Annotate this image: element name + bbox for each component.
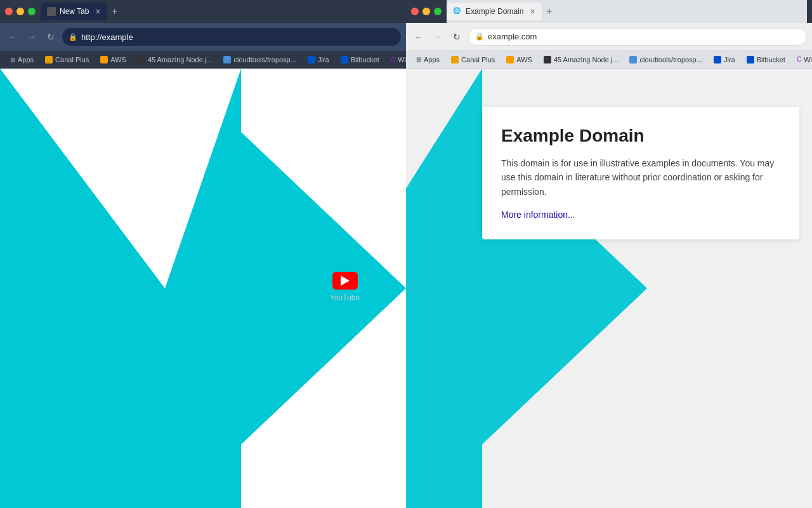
youtube-label: YouTube bbox=[330, 293, 360, 302]
right-window-controls bbox=[411, 8, 442, 15]
left-title-bar: New Tab × + bbox=[0, 0, 406, 23]
right-bookmark-canal-label: Canal Plus bbox=[461, 56, 495, 64]
right-bookmark-aws[interactable]: AWS bbox=[501, 55, 537, 65]
right-bookmarks-bar: ⊞ Apps Canal Plus AWS 45 Amazing Node.j.… bbox=[406, 51, 812, 69]
left-content-area: YouTube bbox=[0, 69, 406, 508]
right-bookmark-cloud-label: cloudtools/troposp... bbox=[639, 56, 702, 64]
right-browser-window: 🌐 Example Domain × + ← → ↻ 🔒 example.com… bbox=[406, 0, 812, 508]
left-active-tab[interactable]: New Tab × bbox=[41, 3, 107, 20]
example-domain-body: This domain is for use in illustrative e… bbox=[501, 156, 780, 199]
right-bookmark-bb[interactable]: Bitbucket bbox=[742, 55, 790, 65]
right-tab-title: Example Domain bbox=[466, 7, 523, 16]
close-button[interactable] bbox=[5, 8, 13, 15]
right-bookmark-cloud[interactable]: cloudtools/troposp... bbox=[624, 55, 707, 65]
left-tab-bar: New Tab × + bbox=[41, 0, 401, 23]
right-bookmark-aws-label: AWS bbox=[516, 56, 532, 64]
svg-marker-0 bbox=[0, 69, 241, 508]
right-bookmark-jira[interactable]: Jira bbox=[709, 55, 740, 65]
right-title-bar: 🌐 Example Domain × + bbox=[406, 0, 812, 23]
left-bookmark-canal[interactable]: Canal Plus bbox=[40, 55, 94, 65]
left-url-text: http://example bbox=[81, 32, 133, 42]
new-tab-page: YouTube bbox=[0, 69, 406, 508]
right-url-text: example.com bbox=[488, 32, 537, 41]
right-bookmark-canal[interactable]: Canal Plus bbox=[446, 55, 500, 65]
left-new-tab-button[interactable]: + bbox=[107, 4, 122, 19]
right-tab-close[interactable]: × bbox=[530, 6, 535, 17]
right-tab-bar: 🌐 Example Domain × + bbox=[447, 0, 807, 23]
left-tab-favicon bbox=[47, 7, 56, 16]
left-reload-button[interactable]: ↻ bbox=[43, 29, 58, 44]
right-bookmark-bb-label: Bitbucket bbox=[757, 56, 785, 64]
left-bookmark-apps-label: Apps bbox=[18, 56, 34, 64]
right-bookmark-wiki-label: Wiki bbox=[804, 56, 812, 64]
left-bookmark-jira-label: Jira bbox=[318, 56, 329, 64]
right-maximize-button[interactable] bbox=[434, 8, 442, 15]
left-bookmarks-bar: ⊞ Apps Canal Plus AWS 45 Amazing Node.j.… bbox=[0, 51, 406, 69]
left-bookmark-bb-label: Bitbucket bbox=[351, 56, 379, 64]
window-controls bbox=[5, 8, 36, 15]
right-bookmark-jira-label: Jira bbox=[724, 56, 735, 64]
example-domain-title: Example Domain bbox=[501, 126, 780, 146]
left-tab-close[interactable]: × bbox=[95, 6, 100, 17]
right-new-tab-button[interactable]: + bbox=[542, 4, 557, 19]
left-forward-button[interactable]: → bbox=[24, 29, 39, 44]
right-address-bar: ← → ↻ 🔒 example.com bbox=[406, 23, 812, 51]
left-bookmark-cloud[interactable]: cloudtools/troposp... bbox=[218, 55, 301, 65]
more-information-link[interactable]: More information... bbox=[501, 210, 575, 220]
maximize-button[interactable] bbox=[28, 8, 36, 15]
left-bookmark-aws[interactable]: AWS bbox=[95, 55, 131, 65]
youtube-icon bbox=[332, 272, 358, 290]
left-bookmark-canal-label: Canal Plus bbox=[55, 56, 89, 64]
right-tab-favicon: 🌐 bbox=[453, 7, 462, 16]
left-bookmark-bb[interactable]: Bitbucket bbox=[336, 55, 384, 65]
left-address-bar: ← → ↻ 🔒 http://example bbox=[0, 23, 406, 51]
example-domain-card: Example Domain This domain is for use in… bbox=[482, 107, 799, 239]
left-bookmark-aws-label: AWS bbox=[110, 56, 126, 64]
right-bookmark-wiki[interactable]: C Wiki bbox=[792, 55, 812, 65]
svg-marker-1 bbox=[241, 132, 406, 444]
right-lock-icon: 🔒 bbox=[475, 32, 484, 41]
left-url-icon: 🔒 bbox=[69, 33, 77, 41]
youtube-play-triangle bbox=[341, 276, 350, 286]
right-url-bar[interactable]: 🔒 example.com bbox=[468, 28, 807, 46]
left-bookmark-wiki[interactable]: C Wiki bbox=[386, 55, 406, 65]
left-bookmark-cloud-label: cloudtools/troposp... bbox=[233, 56, 296, 64]
right-content-area: Example Domain This domain is for use in… bbox=[406, 69, 812, 508]
right-close-button[interactable] bbox=[411, 8, 419, 15]
right-back-button[interactable]: ← bbox=[411, 29, 426, 44]
svg-marker-2 bbox=[406, 69, 482, 508]
right-bookmark-apps[interactable]: ⊞ Apps bbox=[411, 55, 445, 65]
right-bookmark-node[interactable]: 45 Amazing Node.j... bbox=[539, 55, 624, 65]
left-tab-title: New Tab bbox=[60, 7, 89, 16]
minimize-button[interactable] bbox=[16, 8, 24, 15]
right-forward-button[interactable]: → bbox=[430, 29, 445, 44]
left-bookmark-node[interactable]: 45 Amazing Node.j... bbox=[133, 55, 218, 65]
right-bookmark-node-label: 45 Amazing Node.j... bbox=[554, 56, 619, 64]
left-bookmark-wiki-label: Wiki bbox=[398, 56, 406, 64]
left-bookmark-jira[interactable]: Jira bbox=[303, 55, 334, 65]
left-bookmark-apps[interactable]: ⊞ Apps bbox=[5, 55, 39, 65]
right-bookmark-apps-label: Apps bbox=[424, 56, 440, 64]
left-bookmark-node-label: 45 Amazing Node.j... bbox=[148, 56, 213, 64]
left-url-bar[interactable]: 🔒 http://example bbox=[62, 28, 401, 46]
youtube-shortcut[interactable]: YouTube bbox=[330, 272, 360, 302]
right-reload-button[interactable]: ↻ bbox=[449, 29, 464, 44]
left-browser-window: New Tab × + ← → ↻ 🔒 http://example ⊞ App… bbox=[0, 0, 406, 508]
left-back-button[interactable]: ← bbox=[5, 29, 20, 44]
right-minimize-button[interactable] bbox=[422, 8, 430, 15]
right-active-tab[interactable]: 🌐 Example Domain × bbox=[447, 3, 542, 20]
